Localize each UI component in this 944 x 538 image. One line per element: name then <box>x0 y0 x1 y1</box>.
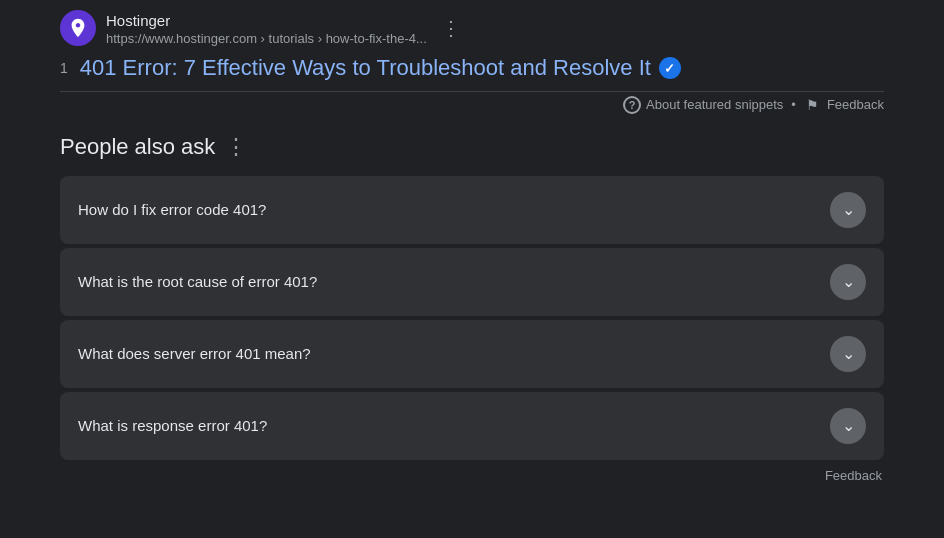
more-options-icon[interactable]: ⋮ <box>437 12 465 44</box>
faq-chevron-4: ⌄ <box>830 408 866 444</box>
paa-section: People also ask ⋮ How do I fix error cod… <box>60 134 884 483</box>
bottom-feedback-row: Feedback <box>60 468 884 483</box>
help-icon: ? <box>623 96 641 114</box>
faq-question-text-1: How do I fix error code 401? <box>78 201 266 218</box>
result-title-link[interactable]: 401 Error: 7 Effective Ways to Troublesh… <box>80 54 651 83</box>
faq-question-2[interactable]: What is the root cause of error 401? ⌄ <box>60 248 884 316</box>
faq-chevron-2: ⌄ <box>830 264 866 300</box>
faq-question-text-3: What does server error 401 mean? <box>78 345 311 362</box>
main-container: Hostinger https://www.hostinger.com › tu… <box>0 0 944 503</box>
faq-item-4: What is response error 401? ⌄ <box>60 392 884 460</box>
result-number: 1 <box>60 60 68 76</box>
favicon-icon <box>67 17 89 39</box>
faq-item-1: How do I fix error code 401? ⌄ <box>60 176 884 244</box>
faq-question-text-2: What is the root cause of error 401? <box>78 273 317 290</box>
faq-chevron-3: ⌄ <box>830 336 866 372</box>
faq-question-3[interactable]: What does server error 401 mean? ⌄ <box>60 320 884 388</box>
paa-title: People also ask <box>60 134 215 160</box>
bottom-feedback-link[interactable]: Feedback <box>825 468 882 483</box>
site-favicon <box>60 10 96 46</box>
verified-badge <box>659 57 681 79</box>
faq-question-4[interactable]: What is response error 401? ⌄ <box>60 392 884 460</box>
site-info: Hostinger https://www.hostinger.com › tu… <box>106 10 427 46</box>
site-name: Hostinger <box>106 10 427 31</box>
feedback-label: Feedback <box>827 97 884 112</box>
faq-question-1[interactable]: How do I fix error code 401? ⌄ <box>60 176 884 244</box>
faq-question-text-4: What is response error 401? <box>78 417 267 434</box>
about-snippets-button[interactable]: ? About featured snippets <box>623 96 783 114</box>
source-row: Hostinger https://www.hostinger.com › tu… <box>60 10 884 46</box>
faq-chevron-1: ⌄ <box>830 192 866 228</box>
result-title-row: 1 401 Error: 7 Effective Ways to Trouble… <box>60 54 884 83</box>
meta-dot: • <box>791 97 796 112</box>
paa-more-icon[interactable]: ⋮ <box>225 134 247 160</box>
faq-item-2: What is the root cause of error 401? ⌄ <box>60 248 884 316</box>
snippet-meta-bar: ? About featured snippets • ⚑ Feedback <box>60 91 884 114</box>
site-url-text: https://www.hostinger.com › tutorials › … <box>106 31 427 46</box>
feedback-icon: ⚑ <box>804 96 822 114</box>
site-url-row: https://www.hostinger.com › tutorials › … <box>106 31 427 46</box>
about-snippets-label: About featured snippets <box>646 97 783 112</box>
paa-header: People also ask ⋮ <box>60 134 884 160</box>
feedback-button[interactable]: ⚑ Feedback <box>804 96 884 114</box>
faq-item-3: What does server error 401 mean? ⌄ <box>60 320 884 388</box>
